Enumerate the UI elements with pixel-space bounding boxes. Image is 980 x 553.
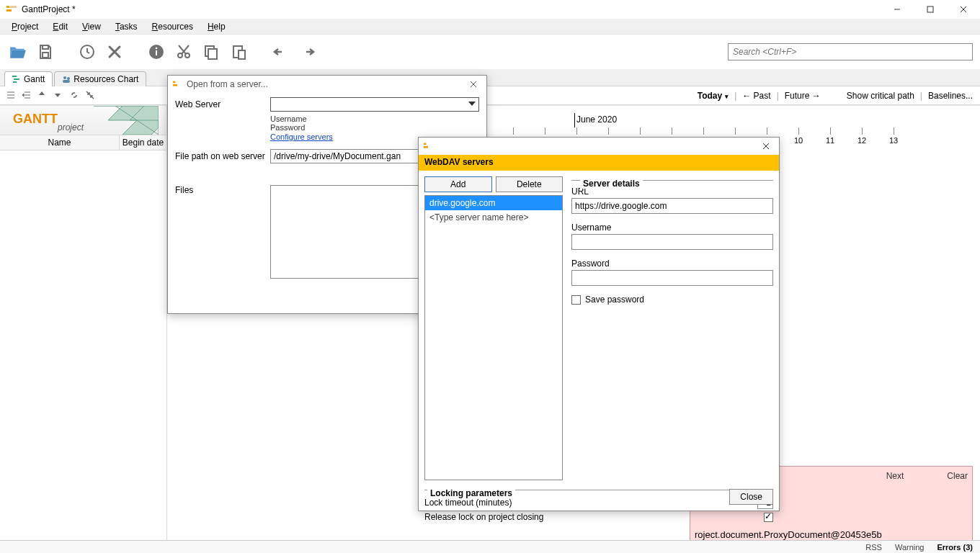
move-up-icon[interactable] <box>37 90 49 102</box>
brand-logo: GANTT project <box>0 106 166 135</box>
link-icon[interactable] <box>69 90 81 102</box>
configure-servers-link[interactable]: Configure servers <box>270 132 333 141</box>
dialog-app-icon <box>172 79 182 89</box>
delete-server-button[interactable]: Delete <box>496 176 564 192</box>
svg-rect-31 <box>173 81 176 84</box>
window-minimize-button[interactable] <box>881 0 914 19</box>
nav-critical-path[interactable]: Show critical path <box>847 91 914 101</box>
username-label: Username <box>571 222 773 233</box>
paste-icon[interactable] <box>228 41 249 63</box>
webdav-close-x-button[interactable] <box>757 139 775 153</box>
col-begin-header[interactable]: Begin date <box>120 135 166 150</box>
locking-params-legend: Locking parameters <box>427 488 515 498</box>
files-label: Files <box>175 185 270 195</box>
svg-rect-36 <box>424 146 428 148</box>
menu-edit[interactable]: Edit <box>45 20 75 33</box>
menu-resources[interactable]: Resources <box>145 20 200 33</box>
delete-icon[interactable] <box>104 41 125 63</box>
indent-icon[interactable] <box>22 90 33 102</box>
app-icon <box>6 4 17 15</box>
open-dialog-close-button[interactable] <box>465 77 482 91</box>
svg-rect-21 <box>12 76 17 77</box>
open-dialog-title: Open from a server... <box>187 79 268 89</box>
copy-icon[interactable] <box>200 41 222 63</box>
svg-rect-26 <box>63 80 70 83</box>
password-input[interactable] <box>571 270 773 286</box>
window-maximize-button[interactable] <box>914 0 947 19</box>
username-mini-label: Username <box>270 114 479 123</box>
save-password-checkbox[interactable] <box>571 295 581 305</box>
status-errors[interactable]: Errors (3) <box>937 543 973 552</box>
timeline-day: 11 <box>826 136 834 145</box>
menu-tasks[interactable]: Tasks <box>108 20 145 33</box>
webdav-app-icon <box>423 141 433 151</box>
move-down-icon[interactable] <box>53 90 65 102</box>
save-password-label: Save password <box>585 295 644 305</box>
svg-text:GANTT: GANTT <box>13 112 58 126</box>
save-icon[interactable] <box>35 41 56 63</box>
svg-point-25 <box>67 77 70 80</box>
unlink-icon[interactable] <box>85 90 97 102</box>
timeline-day: 10 <box>794 136 803 145</box>
svg-text:project: project <box>57 122 84 132</box>
nav-past[interactable]: ← Past <box>742 91 770 101</box>
server-item-selected[interactable]: drive.google.com <box>425 196 562 210</box>
resources-tab-icon <box>62 75 71 84</box>
info-icon[interactable] <box>146 41 167 63</box>
col-name-header[interactable]: Name <box>0 135 120 150</box>
menu-help[interactable]: Help <box>200 20 233 33</box>
svg-rect-22 <box>14 78 19 80</box>
server-item-placeholder[interactable]: <Type server name here> <box>425 210 562 225</box>
password-label: Password <box>571 258 773 269</box>
add-server-button[interactable]: Add <box>424 176 492 192</box>
search-input[interactable] <box>728 43 973 60</box>
outdent-icon[interactable] <box>6 90 17 102</box>
url-input[interactable] <box>571 198 773 214</box>
filepath-label: File path on web server <box>175 151 270 161</box>
tab-resources-label: Resources Chart <box>74 74 138 84</box>
release-lock-label: Release lock on project closing <box>424 512 543 522</box>
redo-icon[interactable] <box>297 41 318 63</box>
svg-point-24 <box>63 76 66 79</box>
tab-gantt-label: Gantt <box>24 74 45 84</box>
timeline-day: 12 <box>858 136 866 145</box>
error-clear-button[interactable]: Clear <box>947 471 968 481</box>
svg-rect-13 <box>156 50 157 55</box>
webdav-close-button[interactable]: Close <box>729 489 773 505</box>
web-server-label: Web Server <box>175 99 270 109</box>
undo-icon[interactable] <box>270 41 291 63</box>
cut-icon[interactable] <box>173 41 195 63</box>
error-next-button[interactable]: Next <box>886 471 904 481</box>
timeline-day: 13 <box>889 136 898 145</box>
svg-rect-4 <box>927 6 933 12</box>
open-icon[interactable] <box>7 41 29 63</box>
status-warning[interactable]: Warning <box>895 543 925 552</box>
svg-rect-18 <box>208 49 217 59</box>
web-server-select[interactable] <box>270 97 479 112</box>
tab-gantt[interactable]: Gantt <box>4 71 53 86</box>
svg-point-14 <box>156 48 158 50</box>
status-rss[interactable]: RSS <box>865 543 882 552</box>
window-title: GanttProject * <box>22 4 76 14</box>
menu-view[interactable]: View <box>75 20 108 33</box>
nav-baselines[interactable]: Baselines... <box>928 91 973 101</box>
username-input[interactable] <box>571 234 773 250</box>
window-close-button[interactable] <box>947 0 980 19</box>
nav-future[interactable]: Future → <box>785 91 821 101</box>
svg-rect-2 <box>10 6 17 8</box>
tab-resources[interactable]: Resources Chart <box>54 71 146 86</box>
gantt-tab-icon <box>12 75 21 84</box>
error-line1: roject.document.ProxyDocument@20453e5b <box>695 529 968 540</box>
server-list[interactable]: drive.google.com <Type server name here> <box>424 195 563 480</box>
svg-rect-35 <box>424 143 427 145</box>
svg-rect-0 <box>6 6 9 8</box>
nav-today[interactable]: Today <box>698 91 729 101</box>
task-table-body[interactable] <box>0 150 166 540</box>
history-icon[interactable] <box>76 41 98 63</box>
server-details-legend: Server details <box>580 179 643 189</box>
lock-timeout-label: Lock timeout (minutes) <box>424 498 512 508</box>
svg-rect-1 <box>6 9 12 12</box>
password-mini-label: Password <box>270 123 479 132</box>
release-lock-checkbox[interactable] <box>764 513 773 522</box>
menu-project[interactable]: Project <box>4 20 45 33</box>
